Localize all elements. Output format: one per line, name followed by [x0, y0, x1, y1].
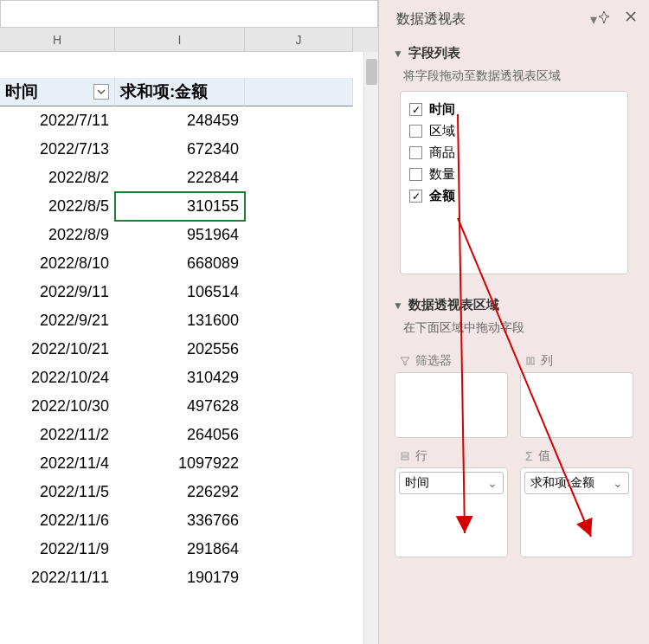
cell-time[interactable]: 2022/11/11 [0, 564, 115, 592]
table-row[interactable]: 2022/9/21131600 [0, 306, 378, 335]
cell-time[interactable]: 2022/7/11 [0, 106, 115, 135]
cell-value[interactable]: 131600 [115, 306, 245, 335]
area-filter-label: 筛选器 [395, 350, 508, 372]
cell-value[interactable]: 336766 [115, 506, 245, 535]
row-chip-label: 时间 [405, 475, 429, 491]
pivot-areas-section[interactable]: ▼ 数据透视表区域 [379, 290, 649, 317]
checkbox-box[interactable] [409, 125, 422, 138]
table-row[interactable]: 2022/9/11106514 [0, 278, 378, 306]
field-checkbox[interactable]: 数量 [409, 164, 619, 185]
cell-value[interactable]: 248459 [115, 106, 245, 135]
field-label: 商品 [429, 145, 455, 161]
table-row[interactable]: 2022/8/5310155 [0, 192, 378, 221]
table-row[interactable]: 2022/11/6336766 [0, 506, 378, 535]
field-label: 时间 [429, 101, 455, 118]
field-list-section[interactable]: ▼ 字段列表 [379, 38, 649, 65]
value-chip-label: 求和项:金额 [530, 475, 594, 491]
table-row[interactable]: 2022/11/9291864 [0, 535, 378, 564]
vertical-scrollbar[interactable] [363, 52, 378, 644]
row-icon [400, 451, 410, 461]
cell-value[interactable]: 106514 [115, 278, 245, 306]
cell-value[interactable]: 222844 [115, 164, 245, 192]
cell-time[interactable]: 2022/8/5 [0, 192, 115, 221]
area-value-box[interactable]: 求和项:金额 ⌄ [520, 467, 633, 557]
cell-time[interactable]: 2022/8/2 [0, 164, 115, 192]
row-chip[interactable]: 时间 ⌄ [399, 472, 504, 494]
table-row[interactable]: 2022/8/10668089 [0, 249, 378, 278]
field-checkbox[interactable]: 区域 [409, 120, 619, 142]
table-row[interactable]: 2022/11/11190179 [0, 564, 378, 592]
cell-time[interactable]: 2022/11/2 [0, 421, 115, 449]
pivot-grid[interactable]: 时间 求和项:金额 2022/7/112484592022/7/13672340… [0, 52, 378, 644]
cell-value[interactable]: 497628 [115, 392, 245, 421]
checkbox-box[interactable]: ✓ [409, 103, 422, 116]
filter-dropdown-icon[interactable] [93, 84, 109, 100]
cell-value[interactable]: 190179 [115, 564, 245, 592]
area-column-box[interactable] [520, 372, 633, 438]
cell-time[interactable]: 2022/8/9 [0, 221, 115, 249]
table-row[interactable]: 2022/11/2264056 [0, 421, 378, 449]
cell-value[interactable]: 951964 [115, 221, 245, 249]
table-row[interactable]: 2022/11/5226292 [0, 478, 378, 506]
table-row[interactable]: 2022/8/9951964 [0, 221, 378, 249]
checkbox-box[interactable] [409, 168, 422, 181]
col-header-i[interactable]: I [115, 28, 245, 52]
formula-bar[interactable] [0, 0, 378, 28]
pivot-header-value: 求和项:金额 [115, 78, 245, 106]
pivot-header-time[interactable]: 时间 [0, 78, 115, 106]
table-row[interactable]: 2022/7/11248459 [0, 106, 378, 135]
field-checkbox[interactable]: ✓时间 [409, 99, 619, 120]
chevron-down-icon[interactable]: ⌄ [613, 476, 623, 490]
table-row[interactable]: 2022/10/24310429 [0, 364, 378, 392]
area-row-box[interactable]: 时间 ⌄ [395, 467, 508, 557]
cell-time[interactable]: 2022/10/30 [0, 392, 115, 421]
cell-value[interactable]: 264056 [115, 421, 245, 449]
cell-time[interactable]: 2022/10/21 [0, 335, 115, 364]
cell-time[interactable]: 2022/9/21 [0, 306, 115, 335]
table-row[interactable]: 2022/11/41097922 [0, 449, 378, 478]
value-chip[interactable]: 求和项:金额 ⌄ [524, 472, 629, 494]
cell-value[interactable]: 310155 [115, 192, 245, 221]
cell-time[interactable]: 2022/11/4 [0, 449, 115, 478]
field-checkbox[interactable]: ✓金额 [409, 185, 619, 207]
col-header-h[interactable]: H [0, 28, 115, 52]
spreadsheet-pane: H I J 时间 求和项:金额 2022/7/112484592022/7/13… [0, 0, 378, 644]
table-row[interactable]: 2022/10/21202556 [0, 335, 378, 364]
close-icon[interactable] [625, 10, 637, 28]
cell-time[interactable]: 2022/11/9 [0, 535, 115, 564]
cell-value[interactable]: 668089 [115, 249, 245, 278]
cell-time[interactable]: 2022/8/10 [0, 249, 115, 278]
field-list-box[interactable]: ✓时间区域商品数量✓金额 [400, 91, 628, 274]
pivot-panel: 数据透视表 ▾ ▼ 字段列表 将字段拖动至数据透视表区域 ✓时间区域商品数量✓金… [378, 0, 649, 644]
cell-value[interactable]: 291864 [115, 535, 245, 564]
pivot-header-time-label: 时间 [5, 80, 38, 103]
chevron-down-icon[interactable]: ⌄ [487, 476, 498, 490]
cell-value[interactable]: 1097922 [115, 449, 245, 478]
cell-value[interactable]: 310429 [115, 364, 245, 392]
scrollbar-thumb[interactable] [366, 59, 377, 85]
cell-time[interactable]: 2022/11/5 [0, 478, 115, 506]
area-filter-box[interactable] [395, 372, 508, 438]
col-header-j[interactable]: J [245, 28, 353, 52]
table-row[interactable]: 2022/8/2222844 [0, 164, 378, 192]
table-row[interactable]: 2022/7/13672340 [0, 135, 378, 164]
pin-icon[interactable] [597, 10, 611, 28]
checkbox-box[interactable]: ✓ [409, 190, 422, 203]
cell-value[interactable]: 226292 [115, 478, 245, 506]
chevron-down-icon[interactable]: ▾ [590, 11, 597, 28]
cell-time[interactable]: 2022/9/11 [0, 278, 115, 306]
cell-time[interactable]: 2022/11/6 [0, 506, 115, 535]
cell-value[interactable]: 672340 [115, 135, 245, 164]
field-checkbox[interactable]: 商品 [409, 142, 619, 164]
cell-time[interactable]: 2022/10/24 [0, 364, 115, 392]
pivot-header-value-label: 求和项:金额 [120, 80, 208, 103]
checkbox-box[interactable] [409, 146, 422, 159]
field-label: 金额 [429, 188, 455, 204]
sigma-icon: Σ [525, 449, 533, 463]
column-icon [525, 356, 536, 366]
caret-down-icon: ▼ [393, 48, 403, 60]
filter-icon [400, 356, 410, 366]
table-row[interactable]: 2022/10/30497628 [0, 392, 378, 421]
cell-value[interactable]: 202556 [115, 335, 245, 364]
cell-time[interactable]: 2022/7/13 [0, 135, 115, 164]
